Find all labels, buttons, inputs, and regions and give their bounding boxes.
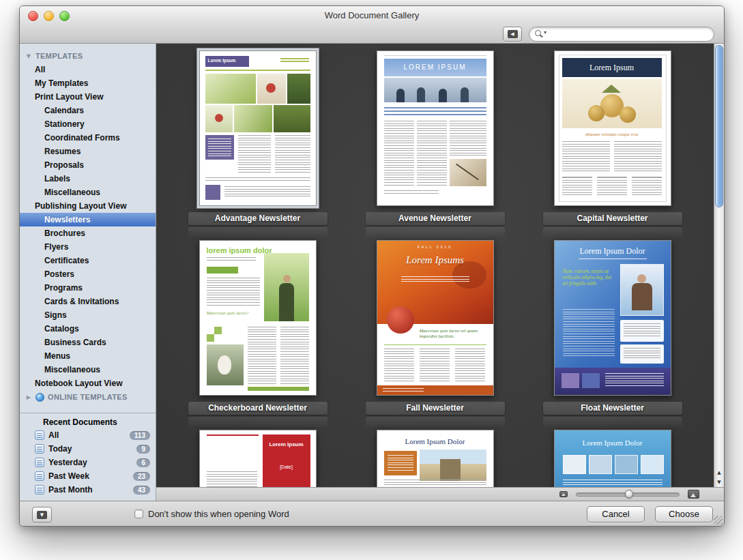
template-card-fall-newsletter[interactable]: FALL 2010 Lorem Ipsums Maecenas quis lac… <box>377 240 494 430</box>
recent-item-all[interactable]: All113 <box>20 428 156 442</box>
template-thumbnail: LOREM IPSUM <box>377 50 494 206</box>
template-card-float-newsletter[interactable]: Lorem Ipsum Dolor Nunc rutrum, turpis at… <box>554 240 671 430</box>
titlebar[interactable]: Word Document Gallery <box>20 6 724 25</box>
sidebar-section-online-templates[interactable]: ▶ ONLINE TEMPLATES <box>20 390 156 404</box>
photo-placeholder <box>234 105 272 132</box>
sidebar-item-newsletters[interactable]: Newsletters <box>20 213 156 226</box>
recent-item-past-week[interactable]: Past Week23 <box>20 469 156 483</box>
panel-collapse-icon: ◀ <box>508 30 518 38</box>
thumbnail-reflection <box>366 227 505 238</box>
gallery-toggle-button[interactable]: ◀ <box>503 27 522 42</box>
disclosure-triangle-icon[interactable]: ▼ <box>25 53 32 59</box>
sidebar-item-my-templates[interactable]: My Templates <box>20 76 156 90</box>
sidebar-item-business-cards[interactable]: Business Cards <box>20 336 156 349</box>
sidebar-item-brochures[interactable]: Brochures <box>20 226 156 240</box>
sidebar-item-print-layout-view[interactable]: Print Layout View <box>20 90 156 104</box>
sidebar-section-templates[interactable]: ▼ TEMPLATES <box>20 49 156 63</box>
thumbnail-title: Lorem Ipsum <box>208 58 236 63</box>
scrollbar[interactable]: ▲ ▼ <box>714 44 724 487</box>
template-thumbnail: Lorem Ipsum Dolor <box>554 430 671 487</box>
photo-placeholder <box>287 74 310 104</box>
scroll-up-arrow[interactable]: ▲ <box>714 468 724 477</box>
sidebar-item-all[interactable]: All <box>20 63 156 76</box>
sidebar-item-notebook-layout-view[interactable]: Notebook Layout View <box>20 377 156 390</box>
sidebar-template-list: AllMy TemplatesPrint Layout ViewCalendar… <box>20 63 156 390</box>
sidebar-item-catalogs[interactable]: Catalogs <box>20 322 156 336</box>
disclosure-down-icon: ▼ <box>37 511 47 519</box>
slider-thumb[interactable] <box>625 490 633 498</box>
disclosure-button[interactable]: ▼ <box>32 507 52 522</box>
recent-documents-header: Recent Documents <box>20 416 156 428</box>
sidebar-item-coordinated-forms[interactable]: Coordinated Forms <box>20 131 156 145</box>
template-thumbnail: Lorem Ipsum Dolor Nunc rutrum, turpis at… <box>554 240 671 396</box>
recent-item-yesterday[interactable]: Yesterday6 <box>20 456 156 469</box>
thumbnail-size-slider[interactable] <box>576 492 680 497</box>
thumbnail-kicker: FALL 2010 <box>377 245 493 249</box>
scroll-down-arrow[interactable]: ▼ <box>714 477 724 487</box>
count-badge: 9 <box>136 445 150 454</box>
document-icon <box>35 471 44 481</box>
template-card-advantage-newsletter[interactable]: Lorem Ipsum <box>199 50 317 240</box>
thumbnail-reflection <box>366 417 505 428</box>
sidebar-item-posters[interactable]: Posters <box>20 267 156 281</box>
template-name: Float Newsletter <box>543 402 682 415</box>
document-icon <box>35 430 44 440</box>
sidebar-item-miscellaneous[interactable]: Miscellaneous <box>20 363 156 377</box>
sidebar-item-cards-invitations[interactable]: Cards & Invitations <box>20 295 156 308</box>
sidebar-item-programs[interactable]: Programs <box>20 281 156 295</box>
template-card-capital-newsletter[interactable]: Lorem Ipsum Aliquam volutpat congue erat <box>554 50 671 240</box>
sidebar: ▼ TEMPLATES AllMy TemplatesPrint Layout … <box>20 44 156 501</box>
photo-placeholder <box>274 105 310 132</box>
disclosure-triangle-icon[interactable]: ▶ <box>25 394 32 400</box>
thumbnail-subtitle: Nunc rutrum, turpis at vehicula adipisci… <box>563 268 616 286</box>
window-title: Word Document Gallery <box>20 6 724 25</box>
template-card-partial-2[interactable]: Lorem Ipsum Dolor <box>377 430 494 487</box>
sidebar-item-certificates[interactable]: Certificates <box>20 254 156 267</box>
template-card-checkerboard-newsletter[interactable]: lorem ipsum dolor Maecenas quis lacus? <box>199 240 317 430</box>
document-icon <box>35 444 44 454</box>
count-badge: 6 <box>136 458 150 467</box>
template-card-avenue-newsletter[interactable]: LOREM IPSUM <box>377 50 494 240</box>
thumbnail-title: Lorem Ipsum <box>263 441 310 447</box>
photo-placeholder <box>420 450 486 481</box>
sidebar-item-proposals[interactable]: Proposals <box>20 158 156 172</box>
photo-placeholder <box>450 159 486 186</box>
thumbnail-reflection <box>188 417 327 428</box>
template-thumbnail: Lorem Ipsum Aliquam volutpat congue erat <box>554 50 671 206</box>
banner <box>555 368 671 395</box>
thumbnail-reflection <box>543 227 682 238</box>
sidebar-item-flyers[interactable]: Flyers <box>20 240 156 254</box>
footer-bar: ▼ Don't show this when opening Word Canc… <box>20 501 724 527</box>
resize-grip[interactable] <box>714 516 723 525</box>
cancel-button[interactable]: Cancel <box>587 506 645 522</box>
sidebar-item-labels[interactable]: Labels <box>20 172 156 186</box>
thumbnail-reflection <box>543 417 682 428</box>
photo-placeholder <box>257 74 286 104</box>
thumbnail-subtitle: Aliquam volutpat congue erat <box>562 132 662 136</box>
thumbnail-title: Lorem Ipsums <box>377 254 493 266</box>
recent-item-today[interactable]: Today9 <box>20 442 156 456</box>
search-input[interactable] <box>553 28 708 40</box>
sidebar-item-signs[interactable]: Signs <box>20 308 156 322</box>
sidebar-item-calendars[interactable]: Calendars <box>20 104 156 117</box>
sidebar-item-resumes[interactable]: Resumes <box>20 145 156 158</box>
thumbnail-subtitle: Maecenas quis lacus vel quam imperdiet f… <box>420 328 486 339</box>
recent-item-past-month[interactable]: Past Month43 <box>20 483 156 497</box>
search-dropdown-arrow[interactable]: ▾ <box>544 29 547 35</box>
thumbnail-title: Lorem Ipsum <box>562 58 662 77</box>
sidebar-item-publishing-layout-view[interactable]: Publishing Layout View <box>20 199 156 213</box>
choose-button[interactable]: Choose <box>655 506 713 522</box>
dont-show-checkbox[interactable] <box>134 510 143 518</box>
sidebar-item-menus[interactable]: Menus <box>20 349 156 363</box>
toolbar: ◀ ▾ <box>20 25 724 44</box>
template-card-partial-3[interactable]: Lorem Ipsum Dolor <box>554 430 671 487</box>
photo-placeholder <box>205 105 233 132</box>
scrollbar-thumb[interactable] <box>715 45 723 207</box>
template-card-partial-1[interactable]: Lorem Ipsum [Date] <box>199 430 317 487</box>
sidebar-item-stationery[interactable]: Stationery <box>20 117 156 131</box>
template-thumbnail: lorem ipsum dolor Maecenas quis lacus? <box>199 240 317 396</box>
search-field[interactable]: ▾ <box>529 27 714 42</box>
template-name: Avenue Newsletter <box>366 212 505 225</box>
photo-placeholder <box>264 253 309 321</box>
sidebar-item-miscellaneous[interactable]: Miscellaneous <box>20 186 156 199</box>
